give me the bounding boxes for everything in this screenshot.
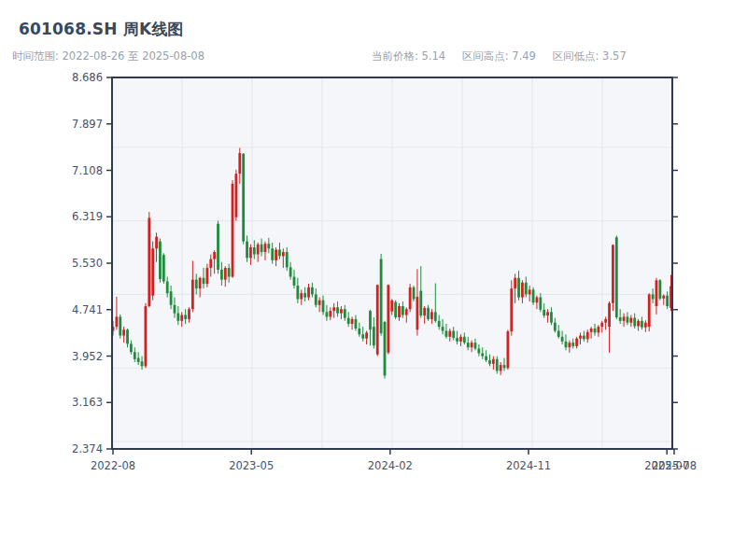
candle-body (347, 318, 350, 324)
candle-body (376, 285, 379, 354)
candle-body (119, 316, 121, 335)
candle-body (373, 327, 375, 345)
candle-body (641, 321, 643, 328)
candle-body (340, 309, 343, 313)
y-tick-label: 4.741 (72, 303, 103, 316)
candle-body (220, 270, 223, 280)
candle-body (525, 283, 528, 295)
y-tick-label: 3.952 (72, 350, 103, 363)
x-tick-label: 2024-02 (368, 459, 413, 472)
candle-body (365, 332, 368, 338)
candle-body (442, 327, 444, 330)
candle-body (209, 259, 212, 268)
candle-body (315, 294, 317, 304)
candle-body (529, 289, 531, 294)
candle-body (282, 252, 285, 256)
candle-body (235, 174, 238, 217)
candle-body (145, 306, 148, 366)
candle-body (166, 282, 169, 294)
candle-body (413, 287, 416, 300)
candle-body (361, 334, 364, 338)
y-tick-label: 7.108 (72, 164, 103, 177)
candle-body (228, 268, 231, 276)
candle-body (557, 331, 560, 337)
candle-body (336, 307, 339, 313)
candle-body (546, 312, 549, 315)
candle-body (203, 278, 205, 284)
x-tick-label: 2023-05 (229, 459, 274, 472)
candle-body (600, 323, 603, 327)
candle-body (554, 323, 557, 331)
candle-body (199, 278, 202, 288)
candle-body (496, 359, 499, 371)
candle-body (652, 294, 655, 299)
candle-body (532, 289, 535, 302)
candle-body (195, 280, 198, 288)
candle-body (485, 357, 487, 360)
candle-body (452, 331, 455, 339)
candle-body (318, 301, 321, 305)
candle-body (510, 288, 513, 331)
candle-body (387, 285, 389, 353)
y-tick-label: 6.319 (72, 210, 103, 223)
candle-body (134, 352, 136, 359)
candle-body (122, 329, 125, 335)
candle-body (322, 301, 325, 313)
candle-body (217, 224, 219, 270)
candle-body (590, 329, 593, 332)
candle-body (257, 245, 260, 255)
candle-body (507, 331, 510, 368)
candle-body (500, 365, 502, 371)
candle-body (278, 249, 281, 256)
candle-body (162, 255, 165, 281)
candle-body (307, 287, 310, 298)
candle-body (568, 343, 571, 347)
candle-body (267, 244, 270, 248)
candle-body (296, 286, 299, 300)
candle-body (561, 337, 564, 342)
candle-body (543, 310, 545, 315)
candle-body (644, 323, 647, 328)
candle-body (477, 348, 480, 353)
candle-body (409, 287, 412, 309)
candle-body (615, 237, 618, 317)
candle-body (430, 312, 433, 319)
candle-body (253, 247, 256, 255)
candle-body (293, 277, 296, 286)
candle-body (405, 309, 408, 315)
candle-body (445, 331, 448, 337)
y-tick-label: 3.163 (72, 396, 103, 409)
candle-body (474, 343, 477, 348)
candle-body (384, 322, 387, 375)
candle-body (536, 298, 539, 303)
candle-body (456, 338, 458, 342)
candle-body (176, 314, 179, 321)
candle-body (188, 309, 190, 319)
candle-body (629, 318, 632, 323)
candle-body (503, 365, 506, 368)
candle-body (648, 294, 651, 327)
candle-body (332, 307, 335, 311)
candle-body (137, 358, 140, 362)
candle-body (311, 287, 314, 295)
candle-body (633, 318, 636, 327)
candle-body (608, 303, 611, 327)
candle-body (598, 327, 600, 332)
y-tick-label: 7.897 (72, 118, 103, 131)
candle-body (459, 337, 462, 342)
y-tick-label: 2.374 (72, 442, 103, 455)
candle-body (655, 280, 658, 306)
candle-body (583, 336, 585, 340)
candle-body (517, 278, 520, 298)
candle-body (300, 293, 303, 299)
candle-body (402, 306, 404, 315)
candle-body (191, 280, 194, 310)
candle-body (521, 283, 524, 298)
candle-body (423, 308, 426, 315)
x-tick-label: 2024-11 (506, 459, 551, 472)
candle-body (575, 339, 578, 346)
candle-body (289, 267, 292, 276)
candle-body (358, 329, 360, 334)
candle-body (126, 329, 129, 343)
candle-body (170, 291, 173, 305)
